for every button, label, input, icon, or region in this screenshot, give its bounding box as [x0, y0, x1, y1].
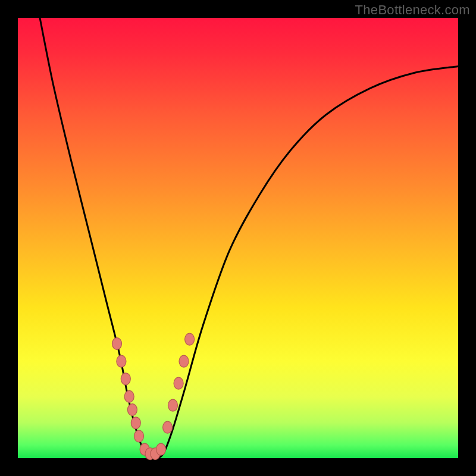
curve-svg — [18, 18, 458, 458]
curve-marker — [112, 338, 122, 350]
curve-marker — [121, 373, 130, 385]
curve-marker — [174, 377, 183, 389]
curve-marker — [168, 399, 178, 411]
curve-marker — [131, 417, 140, 429]
curve-marker — [134, 430, 144, 442]
curve-marker — [179, 355, 189, 367]
plot-area — [18, 18, 458, 458]
bottleneck-curve — [40, 18, 458, 458]
curve-marker — [163, 421, 173, 433]
curve-marker — [127, 404, 137, 416]
curve-marker — [124, 390, 134, 402]
watermark-text: TheBottleneck.com — [355, 2, 470, 18]
curve-marker — [117, 355, 126, 367]
outer-frame: TheBottleneck.com — [0, 0, 476, 476]
curve-marker — [185, 333, 195, 345]
curve-marker — [156, 443, 166, 455]
